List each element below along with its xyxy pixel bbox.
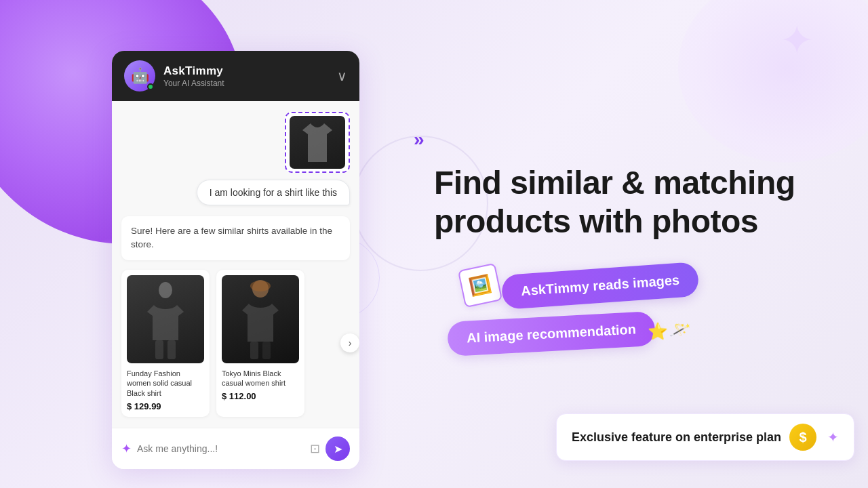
- carousel-next-button[interactable]: ›: [340, 333, 359, 352]
- badge-reads-images-pill: AskTimmy reads images: [501, 262, 700, 310]
- product-name-1: Funday Fashion women solid casual Black …: [127, 369, 204, 399]
- sparkle-input-icon: ✦: [121, 441, 132, 456]
- badges-area: 🖼️ AskTimmy reads images AI image recomm…: [434, 268, 827, 351]
- person-svg-1: [142, 279, 189, 361]
- image-upload-area: [121, 112, 350, 173]
- svg-rect-2: [167, 340, 176, 359]
- svg-rect-5: [250, 342, 258, 359]
- photo-icon-box: 🖼️: [458, 263, 502, 308]
- product-price-2: $ 112.00: [222, 391, 299, 401]
- user-message-bubble: I am looking for a shirt like this: [121, 180, 350, 205]
- svg-rect-6: [262, 342, 271, 359]
- svg-rect-1: [155, 340, 163, 359]
- badge-ai-recommendation: AI image recommendation ⭐ 🪄: [448, 317, 655, 351]
- product-name-2: Tokyo Minis Black casual women shirt: [222, 369, 299, 389]
- shirt-silhouette-svg: [297, 118, 338, 167]
- chat-bot-subtitle: Your AI Assistant: [163, 79, 224, 88]
- chat-header-info: AskTimmy Your AI Assistant: [163, 64, 224, 88]
- wand-icon: 🪄: [669, 320, 691, 342]
- chat-header-left: 🤖 AskTimmy Your AI Assistant: [124, 60, 224, 92]
- svg-point-0: [159, 282, 172, 298]
- chat-body: I am looking for a shirt like this Sure!…: [112, 101, 359, 428]
- product-image-2: [222, 275, 299, 363]
- shirt-image: [290, 116, 345, 169]
- badge-reads-images-inner: 🖼️ AskTimmy reads images: [502, 268, 698, 303]
- enterprise-dollar-icon: $: [789, 424, 816, 451]
- image-upload-icon[interactable]: ⊡: [310, 441, 320, 456]
- chat-header: 🤖 AskTimmy Your AI Assistant ∨: [112, 51, 359, 101]
- star-icon: ⭐: [648, 322, 668, 341]
- main-heading: Find similar & matching products with ph…: [434, 164, 827, 241]
- product-image-1: [127, 275, 204, 363]
- avatar-wrapper: 🤖: [124, 60, 155, 92]
- badge-reads-images: 🖼️ AskTimmy reads images: [502, 268, 698, 303]
- product-card-1[interactable]: Funday Fashion women solid casual Black …: [121, 270, 210, 418]
- badge-ai-recommendation-pill: AI image recommendation: [447, 311, 656, 357]
- svg-point-4: [250, 281, 271, 291]
- chat-widget: 🤖 AskTimmy Your AI Assistant ∨: [112, 51, 359, 469]
- product-figure-1: [127, 275, 204, 363]
- chat-bot-name: AskTimmy: [163, 64, 224, 78]
- enterprise-badge: Exclusive feature on enterprise plan $ ✦: [556, 413, 854, 461]
- chat-input[interactable]: [137, 443, 304, 454]
- enterprise-sparkles-icon: ✦: [827, 429, 839, 445]
- product-card-2[interactable]: Tokyo Minis Black casual women shirt $ 1…: [216, 270, 304, 418]
- product-price-1: $ 129.99: [127, 401, 204, 411]
- ai-reply-text: Sure! Here are a few similar shirts avai…: [121, 216, 350, 260]
- enterprise-text: Exclusive feature on enterprise plan: [572, 430, 781, 445]
- chat-send-button[interactable]: ➤: [326, 436, 350, 461]
- spark-arrow-icon: »: [414, 129, 425, 150]
- person-svg-2: [237, 279, 284, 361]
- online-indicator: [147, 83, 154, 90]
- product-figure-2: [222, 275, 299, 363]
- uploaded-image-frame: [285, 112, 350, 173]
- products-row: Funday Fashion women solid casual Black …: [121, 270, 350, 418]
- wand-star-group: ⭐ 🪄: [648, 322, 689, 341]
- chat-input-area: ✦ ⊡ ➤: [112, 428, 359, 469]
- user-message-text: I am looking for a shirt like this: [197, 180, 350, 205]
- chat-minimize-button[interactable]: ∨: [337, 68, 347, 84]
